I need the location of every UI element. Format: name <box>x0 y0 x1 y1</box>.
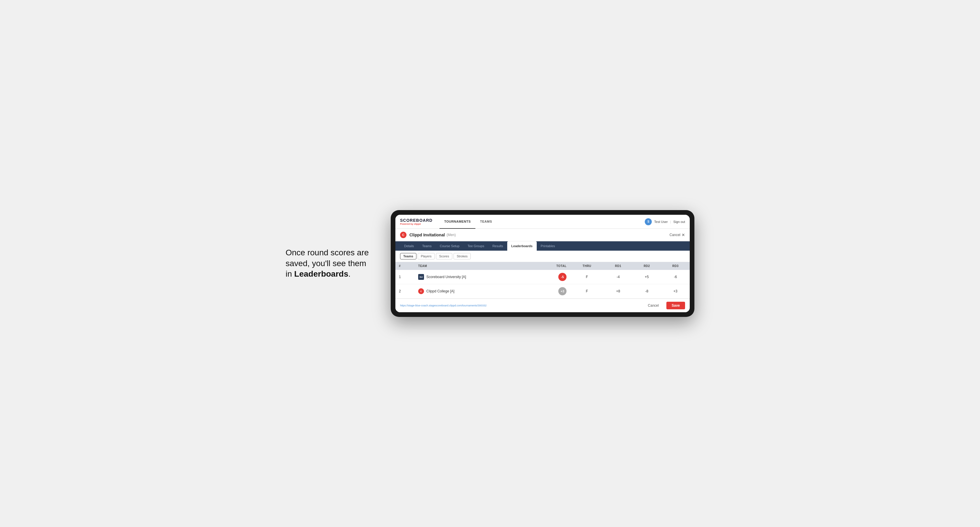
team-1-rd3: -6 <box>661 270 690 284</box>
team-2-rd2: -8 <box>633 284 661 298</box>
tournament-icon: C <box>400 232 406 238</box>
col-team: TEAM <box>415 262 533 270</box>
footer-url: https://stage-blue-coach.stagescoreboard… <box>400 304 487 307</box>
nav-signout[interactable]: Sign out <box>673 220 685 224</box>
nav-tournaments[interactable]: TOURNAMENTS <box>439 215 476 229</box>
table-row: 2 C Clippd College [A] +3 <box>395 284 690 298</box>
tab-course-setup[interactable]: Course Setup <box>436 241 463 251</box>
team-2-rd1: +8 <box>604 284 633 298</box>
leaderboard-table: # TEAM TOTAL THRU RD1 RD2 RD3 1 <box>395 262 690 298</box>
filter-scores[interactable]: Scores <box>436 253 452 259</box>
close-icon[interactable]: ✕ <box>682 233 685 237</box>
rank-2: 2 <box>395 284 415 298</box>
nav-links: TOURNAMENTS TEAMS <box>439 215 645 229</box>
logo-sub-prefix: Powered by <box>400 223 414 225</box>
team-2-name: C Clippd College [A] <box>415 284 533 298</box>
team-1-thru: F <box>570 270 604 284</box>
score-badge-gray: +3 <box>558 287 566 295</box>
col-rd3: RD3 <box>661 262 690 270</box>
filter-teams[interactable]: Teams <box>400 253 417 259</box>
team-2-thru: F <box>570 284 604 298</box>
tablet-frame: SCOREBOARD Powered by clippd TOURNAMENTS… <box>391 210 694 317</box>
cancel-button[interactable]: Cancel <box>643 302 663 309</box>
team-1-total: -5 <box>533 270 570 284</box>
tournament-subtitle: (Men) <box>447 233 455 237</box>
team-1-rd1: -4 <box>604 270 633 284</box>
team-1-rd2: +5 <box>633 270 661 284</box>
table-header-row: # TEAM TOTAL THRU RD1 RD2 RD3 <box>395 262 690 270</box>
rank-1: 1 <box>395 270 415 284</box>
tournament-header: C Clippd Invitational (Men) Cancel ✕ <box>395 229 690 241</box>
logo-area: SCOREBOARD Powered by clippd <box>400 218 433 225</box>
tournament-cancel-button[interactable]: Cancel ✕ <box>670 233 685 237</box>
col-rd1: RD1 <box>604 262 633 270</box>
col-total: TOTAL <box>533 262 570 270</box>
col-rank: # <box>395 262 415 270</box>
sidebar-text-end: . <box>348 269 351 278</box>
leaderboard-table-container: # TEAM TOTAL THRU RD1 RD2 RD3 1 <box>395 262 690 298</box>
sidebar-description: Once round scores are saved, you'll see … <box>286 248 373 279</box>
filter-players[interactable]: Players <box>418 253 435 259</box>
sub-tabs: Details Teams Course Setup Tee Groups Re… <box>395 241 690 251</box>
logo-sub: Powered by clippd <box>400 223 433 225</box>
save-button[interactable]: Save <box>667 302 685 309</box>
page-wrapper: Once round scores are saved, you'll see … <box>286 210 694 317</box>
tournament-title: Clippd Invitational <box>409 233 445 237</box>
nav-teams[interactable]: TEAMS <box>476 215 497 229</box>
tab-tee-groups[interactable]: Tee Groups <box>463 241 488 251</box>
user-avatar: S <box>645 218 652 225</box>
score-badge-red: -5 <box>558 273 566 281</box>
team-1-name: SU Scoreboard University [A] <box>415 270 533 284</box>
tab-teams[interactable]: Teams <box>418 241 436 251</box>
team-logo-sb: SU <box>418 274 424 280</box>
footer: https://stage-blue-coach.stagescoreboard… <box>395 298 690 312</box>
cancel-label: Cancel <box>670 233 680 237</box>
nav-user-name: Test User <box>654 220 668 224</box>
filter-tabs: Teams Players Scores Strokes <box>395 251 690 262</box>
logo-brand: clippd <box>414 223 421 225</box>
nav-right: S Test User | Sign out <box>645 218 685 225</box>
logo-scoreboard: SCOREBOARD <box>400 218 433 223</box>
col-rd2: RD2 <box>633 262 661 270</box>
filter-strokes[interactable]: Strokes <box>453 253 471 259</box>
tab-printables[interactable]: Printables <box>537 241 559 251</box>
tab-details[interactable]: Details <box>400 241 418 251</box>
tab-results[interactable]: Results <box>488 241 507 251</box>
tablet-screen: SCOREBOARD Powered by clippd TOURNAMENTS… <box>395 215 690 312</box>
team-logo-c: C <box>418 288 424 294</box>
tab-leaderboards[interactable]: Leaderboards <box>507 241 537 251</box>
table-row: 1 SU Scoreboard University [A] <box>395 270 690 284</box>
top-nav: SCOREBOARD Powered by clippd TOURNAMENTS… <box>395 215 690 229</box>
sidebar-text-bold: Leaderboards <box>294 269 348 278</box>
team-2-total: +3 <box>533 284 570 298</box>
team-2-rd3: +3 <box>661 284 690 298</box>
col-thru: THRU <box>570 262 604 270</box>
nav-separator: | <box>670 220 671 224</box>
